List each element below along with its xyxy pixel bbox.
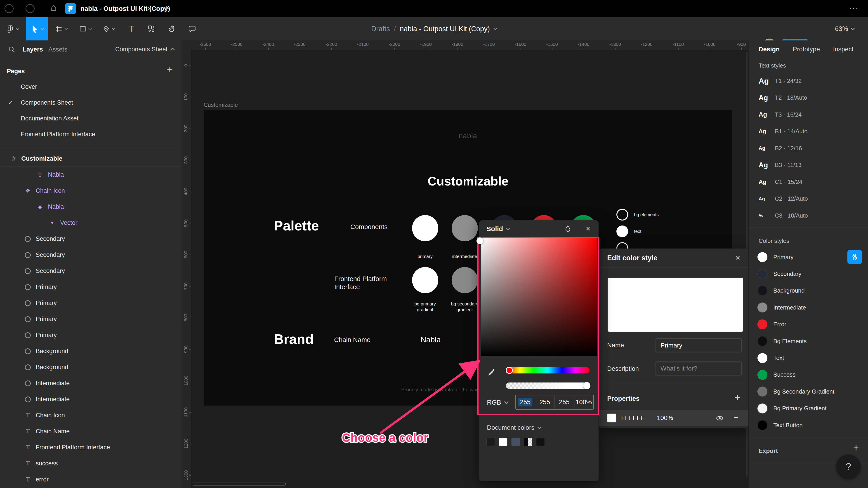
- color-style-row[interactable]: Text Button: [749, 417, 868, 433]
- layer-row[interactable]: Nabla: [0, 199, 181, 215]
- document-color-swatch[interactable]: [536, 437, 545, 446]
- comment-tool-button[interactable]: [185, 17, 199, 40]
- color-style-row[interactable]: Bg Elements: [749, 333, 868, 350]
- panel-tab[interactable]: Prototype: [793, 46, 820, 53]
- text-style-row[interactable]: Ag B2 · 12/16: [749, 140, 868, 157]
- document-color-swatch[interactable]: [524, 437, 532, 446]
- close-icon[interactable]: ×: [736, 249, 740, 267]
- legend-row[interactable]: text: [616, 225, 659, 237]
- color-style-row[interactable]: Primary: [749, 249, 868, 265]
- new-tab-button[interactable]: +: [164, 0, 169, 17]
- color-style-row[interactable]: Background: [749, 283, 868, 299]
- text-style-row[interactable]: Ag C2 · 12/Auto: [749, 191, 868, 207]
- frame-label[interactable]: Customizable: [204, 102, 238, 108]
- color-circle[interactable]: [452, 215, 478, 241]
- visibility-eye-icon[interactable]: [715, 414, 724, 423]
- document-colors-toggle[interactable]: Document colors: [487, 424, 541, 431]
- text-style-row[interactable]: Ag T3 · 16/24: [749, 106, 868, 123]
- text-style-row[interactable]: Ag T2 · 18/Auto: [749, 90, 868, 106]
- tab-title[interactable]: nabla - Outpost UI Kit (Copy): [81, 0, 170, 17]
- horizontal-scrollbar[interactable]: [192, 483, 286, 486]
- layer-row[interactable]: Intermediate: [0, 375, 181, 391]
- page-row[interactable]: ✓ Components Sheet: [0, 95, 181, 110]
- color-circle[interactable]: [412, 215, 438, 241]
- layer-row[interactable]: Primary: [0, 279, 181, 295]
- shape-tool-button[interactable]: [78, 17, 92, 40]
- layer-row[interactable]: Chain Icon: [0, 408, 181, 423]
- palette-swatch[interactable]: bg primary gradient: [405, 267, 445, 313]
- layer-row[interactable]: Vector: [0, 215, 181, 231]
- page-row[interactable]: Frontend Platform Interface: [0, 126, 181, 142]
- zoom-menu[interactable]: 63%: [835, 17, 854, 40]
- hex-value[interactable]: FFFFFF: [621, 410, 645, 426]
- page-row[interactable]: Documentation Asset: [0, 110, 181, 126]
- window-control-icon[interactable]: [4, 4, 13, 13]
- window-control-icon[interactable]: [26, 4, 35, 13]
- layer-row[interactable]: Secondary: [0, 247, 181, 263]
- panel-tab[interactable]: Inspect: [833, 46, 853, 53]
- text-style-row[interactable]: Ag C1 · 15/24: [749, 173, 868, 191]
- add-export-button[interactable]: +: [853, 442, 859, 453]
- layer-row[interactable]: Secondary: [0, 231, 181, 247]
- color-style-row[interactable]: Text: [749, 350, 868, 366]
- layer-row[interactable]: Background: [0, 343, 181, 359]
- layer-row[interactable]: Primary: [0, 311, 181, 327]
- help-button[interactable]: ?: [836, 455, 861, 479]
- document-color-swatch[interactable]: [499, 437, 507, 446]
- droplet-icon[interactable]: [564, 225, 572, 234]
- add-page-button[interactable]: +: [167, 64, 173, 75]
- name-field[interactable]: [655, 338, 742, 352]
- main-menu-button[interactable]: [6, 17, 20, 40]
- layer-row[interactable]: Frontend Platform Interface: [0, 440, 181, 455]
- paint-type-select[interactable]: Solid: [487, 225, 503, 233]
- pen-tool-button[interactable]: [102, 17, 115, 40]
- color-style-row[interactable]: Bg Secondary Gradient: [749, 383, 868, 400]
- color-circle[interactable]: [452, 267, 478, 293]
- layer-row[interactable]: Primary: [0, 327, 181, 343]
- component-tool-button[interactable]: [145, 17, 158, 40]
- document-menu-chevron-icon[interactable]: [493, 26, 497, 30]
- layer-row[interactable]: Intermediate: [0, 391, 181, 408]
- layer-row[interactable]: Background: [0, 359, 181, 375]
- text-style-row[interactable]: Ag B1 · 14/Auto: [749, 123, 868, 140]
- opacity-value[interactable]: 100%: [657, 410, 673, 426]
- color-style-row[interactable]: Bg Primary Gradient: [749, 400, 868, 417]
- tab-layers[interactable]: Layers: [23, 40, 43, 58]
- text-tool-button[interactable]: T: [126, 17, 138, 40]
- layer-row[interactable]: Nabla: [0, 167, 181, 183]
- tab-assets[interactable]: Assets: [49, 40, 67, 58]
- canvas[interactable]: Customizable nabla Customizable Palette …: [191, 50, 748, 488]
- layer-row-customizable-frame[interactable]: # Customizable: [0, 151, 181, 166]
- color-circle[interactable]: [616, 225, 628, 237]
- palette-swatch[interactable]: primary: [405, 215, 445, 259]
- layer-row[interactable]: success: [0, 455, 181, 471]
- move-tool-button[interactable]: [26, 17, 48, 40]
- document-color-swatch[interactable]: [487, 437, 495, 446]
- page-row[interactable]: Cover: [0, 79, 181, 95]
- layer-row[interactable]: Chain Name: [0, 423, 181, 440]
- chevron-down-icon[interactable]: [40, 26, 44, 30]
- breadcrumb-drafts[interactable]: Drafts: [371, 25, 390, 33]
- layer-row[interactable]: Secondary: [0, 263, 181, 279]
- text-style-row[interactable]: Ag B3 · 11/13: [749, 157, 868, 174]
- color-position-handle[interactable]: [476, 237, 483, 244]
- breadcrumb-document-title[interactable]: nabla - Outpost UI Kit (Copy): [400, 25, 490, 33]
- hand-tool-button[interactable]: [165, 17, 179, 40]
- add-property-button[interactable]: +: [735, 392, 740, 403]
- panel-tab[interactable]: Design: [758, 46, 780, 53]
- color-style-row[interactable]: Error: [749, 316, 868, 333]
- search-icon[interactable]: [8, 45, 16, 55]
- color-style-row[interactable]: Intermediate: [749, 299, 868, 316]
- text-style-row[interactable]: Ag T1 · 24/32: [749, 72, 868, 90]
- color-circle[interactable]: [616, 209, 628, 221]
- layer-row[interactable]: Primary: [0, 295, 181, 311]
- legend-row[interactable]: bg elements: [616, 209, 659, 221]
- text-style-row[interactable]: Ag C3 · 10/Auto: [749, 207, 868, 224]
- color-circle[interactable]: [412, 267, 438, 293]
- color-swatch[interactable]: [607, 414, 616, 422]
- remove-property-icon[interactable]: −: [734, 410, 739, 426]
- page-selector[interactable]: Components Sheet: [115, 40, 174, 58]
- close-icon[interactable]: ×: [586, 220, 590, 237]
- frame-tool-button[interactable]: [54, 17, 68, 40]
- tab-close-icon[interactable]: ×: [147, 0, 152, 17]
